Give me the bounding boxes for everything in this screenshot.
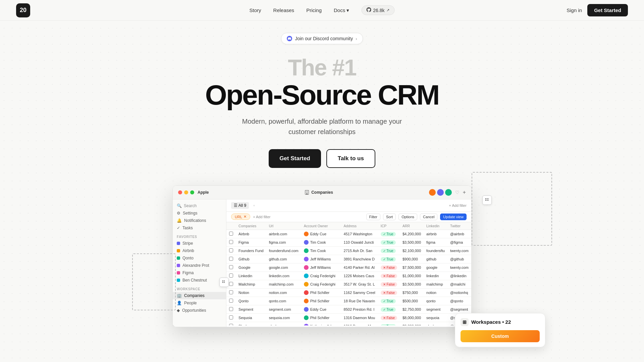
table-row[interactable]: Figma figma.com Tim Cook 110 Oswald Junc… xyxy=(226,238,471,246)
table-row[interactable]: Github github.com Jeff Williams 3891 Ran… xyxy=(226,255,471,263)
row-checkbox-cell[interactable] xyxy=(226,297,236,305)
table-row[interactable]: Segment segment.com Eddy Cue 8502 Presto… xyxy=(226,305,471,313)
nav-docs[interactable]: Docs ▾ xyxy=(334,7,349,13)
companies-icon: 🏢 xyxy=(177,293,182,298)
table-scroll-area[interactable]: Companies Url Account Owner Address ICP … xyxy=(226,222,471,325)
cell-address: 4140 Parker Rd. Al xyxy=(341,263,378,272)
sidebar-companies[interactable]: 🏢 Companies xyxy=(173,292,226,299)
sidebar-fav-qonto[interactable]: Qonto xyxy=(173,254,226,262)
github-icon xyxy=(366,7,371,13)
drag-handle-sidebar[interactable] xyxy=(219,278,229,287)
row-checkbox-cell[interactable] xyxy=(226,246,236,255)
workspaces-card: ⊞ Workspaces • 22 Custom xyxy=(455,313,545,347)
drag-handle-top[interactable] xyxy=(482,195,492,205)
cell-linkedin: airbnb xyxy=(424,230,447,238)
sidebar-settings[interactable]: ⚙ Settings xyxy=(173,209,226,217)
sidebar-fav-figma[interactable]: Figma xyxy=(173,269,226,277)
close-window-dot[interactable] xyxy=(178,190,182,194)
row-checkbox-cell[interactable] xyxy=(226,322,236,325)
cell-url: slack.com xyxy=(266,322,301,325)
add-icon[interactable]: + xyxy=(463,189,466,195)
owner-avatar xyxy=(304,307,309,312)
discord-text: Join our Discord community xyxy=(295,36,353,41)
svg-rect-11 xyxy=(306,193,308,195)
cancel-button[interactable]: Cancel xyxy=(420,214,437,220)
cell-address: 1226 Moises Caus xyxy=(341,272,378,280)
nav-releases[interactable]: Releases xyxy=(273,7,294,13)
hero-talk-button[interactable]: Talk to us xyxy=(326,149,375,168)
sort-button[interactable]: Sort xyxy=(383,214,396,220)
add-filter-button[interactable]: + Add filter xyxy=(449,203,467,207)
nav-story[interactable]: Story xyxy=(250,7,261,13)
filter-button[interactable]: Filter xyxy=(366,214,380,220)
signin-button[interactable]: Sign in xyxy=(567,7,582,13)
sidebar-fav-stripe[interactable]: Stripe xyxy=(173,240,226,247)
col-linkedin: Linkedin xyxy=(424,222,447,230)
search-icon: 🔍 xyxy=(177,203,182,208)
user-avatar-2 xyxy=(437,189,444,196)
remove-filter-icon[interactable]: ✕ xyxy=(244,215,247,219)
discord-banner[interactable]: Join our Discord community › xyxy=(281,33,363,44)
table-row[interactable]: Qonto qonto.com Phil Schiller 18 Rue De … xyxy=(226,297,471,305)
github-link[interactable]: 26.8k ↗ xyxy=(361,5,394,15)
sidebar-notifications[interactable]: 🔔 Notifications xyxy=(173,217,226,224)
cell-icp: ✕ False xyxy=(378,280,400,288)
tab-all[interactable]: ☰ All 9 xyxy=(231,202,249,209)
row-checkbox-cell[interactable] xyxy=(226,255,236,263)
logo[interactable]: 20 xyxy=(16,3,30,17)
svg-rect-9 xyxy=(306,192,307,193)
cell-owner: Jeff Williams xyxy=(301,263,341,272)
options-button[interactable]: Options xyxy=(398,214,417,220)
minimize-window-dot[interactable] xyxy=(184,190,188,194)
cell-linkedin: google xyxy=(424,263,447,272)
table-row[interactable]: Slack slack.com Katherine Adams 1316 Dae… xyxy=(226,322,471,325)
table-row[interactable]: Google google.com Jeff Williams 4140 Par… xyxy=(226,263,471,272)
url-filter-tag[interactable]: URL ✕ xyxy=(231,214,250,220)
svg-rect-7 xyxy=(306,191,307,192)
row-checkbox-cell[interactable] xyxy=(226,263,236,272)
table-row[interactable]: Linkedin linkedin.com Craig Federighi 12… xyxy=(226,272,471,280)
sidebar-fav-alexandreprot[interactable]: Alexandre Prot xyxy=(173,262,226,269)
cell-twitter: @mailchi xyxy=(447,280,471,288)
hero-get-started-button[interactable]: Get Started xyxy=(269,149,321,168)
hero-subtitle: The #1 xyxy=(205,55,439,80)
nav-get-started-button[interactable]: Get Started xyxy=(587,4,628,16)
table-row[interactable]: Airbnb airbnb.com Eddy Cue 4517 Washingt… xyxy=(226,230,471,238)
sidebar-fav-airbnb[interactable]: Airbnb xyxy=(173,247,226,254)
sidebar-people[interactable]: 👤 People xyxy=(173,299,226,307)
table-row[interactable]: Sequoia sequoia.com Phil Schiller 1316 D… xyxy=(226,313,471,322)
custom-workspace-button[interactable]: Custom xyxy=(461,330,540,342)
sidebar-fav-benchestnut[interactable]: Ben Chestnut xyxy=(173,277,226,284)
table-row[interactable]: Notion notion.com Phil Schiller 1162 Sam… xyxy=(226,288,471,297)
owner-avatar xyxy=(304,299,309,303)
add-view-button[interactable]: + xyxy=(253,203,255,207)
svg-rect-0 xyxy=(485,198,486,199)
cell-company-name: Sequoia xyxy=(236,313,266,322)
table-row[interactable]: Founders Fund foundersfund.com Tim Cook … xyxy=(226,246,471,255)
cell-icp: ✓ True xyxy=(378,230,400,238)
row-checkbox-cell[interactable] xyxy=(226,230,236,238)
owner-avatar xyxy=(304,274,309,278)
row-checkbox-cell[interactable] xyxy=(226,313,236,322)
row-checkbox-cell[interactable] xyxy=(226,288,236,297)
maximize-window-dot[interactable] xyxy=(190,190,194,194)
row-checkbox-cell[interactable] xyxy=(226,305,236,313)
tasks-icon: ✓ xyxy=(177,226,180,230)
cell-arr: $900,000 xyxy=(400,255,424,263)
table-row[interactable]: Mailchimp mailchimp.com Craig Federighi … xyxy=(226,280,471,288)
figma-color xyxy=(177,271,180,275)
cell-linkedin: qonto xyxy=(424,297,447,305)
cell-twitter: @qonto xyxy=(447,297,471,305)
sidebar-opportunities[interactable]: ◆ Opportunities xyxy=(173,307,226,314)
owner-avatar xyxy=(304,265,309,270)
sidebar-search[interactable]: 🔍 Search xyxy=(173,202,226,209)
cell-address: 110 Oswald Juncti xyxy=(341,238,378,246)
sidebar-tasks[interactable]: ✓ Tasks xyxy=(173,224,226,232)
heart-icon[interactable]: ♡ xyxy=(455,190,460,195)
add-filter-link[interactable]: + Add filter xyxy=(253,215,270,219)
row-checkbox-cell[interactable] xyxy=(226,238,236,246)
owner-avatar xyxy=(304,232,309,236)
update-view-button[interactable]: Update view xyxy=(440,214,467,220)
cell-arr: $2,750,000 xyxy=(400,305,424,313)
nav-pricing[interactable]: Pricing xyxy=(306,7,322,13)
